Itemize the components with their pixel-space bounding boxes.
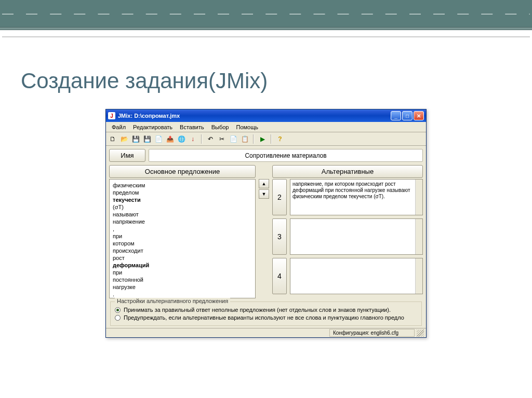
- status-config: Конфигурация: english6.cfg: [329, 329, 415, 337]
- radio-icon[interactable]: [115, 307, 121, 313]
- alt-number[interactable]: 3: [272, 218, 287, 255]
- down-icon[interactable]: ↓: [188, 134, 197, 144]
- alt-textarea-2[interactable]: напряжение, при котором происходит рост …: [290, 179, 423, 215]
- toolbar: 🗋 📂 💾 💾 📄 📤 🌐 ↓ ↶ ✂ 📄 📋 ▶ ?: [106, 132, 426, 146]
- list-item[interactable]: нагрузке: [113, 283, 252, 291]
- statusbar: Конфигурация: english6.cfg: [106, 328, 426, 337]
- titlebar[interactable]: J JMix: D:\сопромат.jmx _ □ ✕: [106, 109, 426, 122]
- slide-banner: — — — — — — — — — — — — — — — — — — — — …: [0, 0, 532, 27]
- open-icon[interactable]: 📂: [119, 134, 129, 144]
- list-item[interactable]: (σТ): [113, 203, 252, 211]
- scrollbar[interactable]: [415, 219, 422, 254]
- toolbar-separator: [271, 134, 272, 144]
- maximize-button[interactable]: □: [402, 111, 413, 120]
- move-up-button[interactable]: ▲: [259, 179, 269, 188]
- minimize-button[interactable]: _: [391, 111, 401, 120]
- scrollbar[interactable]: [415, 258, 422, 294]
- slide-title: Создание задания(JMix): [21, 68, 532, 93]
- main-sentence-button[interactable]: Основное предложение: [109, 165, 256, 178]
- alt-textarea-4[interactable]: [290, 258, 423, 294]
- scrollbar[interactable]: [415, 180, 422, 215]
- option-warn[interactable]: Предупреждать, если альтернативные вариа…: [115, 314, 417, 321]
- option-label: Предупреждать, если альтернативные вариа…: [124, 314, 404, 321]
- toolbar-separator: [201, 134, 202, 144]
- copy-icon[interactable]: 📄: [229, 134, 238, 144]
- list-item[interactable]: рост: [113, 254, 252, 262]
- list-item[interactable]: котором: [113, 240, 252, 247]
- option-label: Принимать за правильный ответ неполные п…: [124, 307, 391, 313]
- menu-edit[interactable]: Редактировать: [129, 123, 176, 131]
- option-accept-incomplete[interactable]: Принимать за правильный ответ неполные п…: [115, 307, 417, 313]
- jmix-window: J JMix: D:\сопромат.jmx _ □ ✕ Файл Редак…: [105, 109, 427, 338]
- export-icon[interactable]: 📤: [165, 134, 175, 144]
- saveall-icon[interactable]: 💾: [142, 134, 152, 144]
- group-legend: Настройки альтернативного предложения: [115, 298, 230, 304]
- list-item[interactable]: деформаций: [113, 262, 252, 269]
- resize-grip-icon[interactable]: [417, 330, 424, 337]
- list-item[interactable]: пределом: [113, 189, 252, 196]
- window-title: JMix: D:\сопромат.jmx: [118, 113, 391, 119]
- list-item[interactable]: напряжение: [113, 218, 252, 225]
- radio-icon[interactable]: [115, 315, 121, 321]
- list-item[interactable]: при: [113, 232, 252, 240]
- list-item[interactable]: происходит: [113, 247, 252, 254]
- cut-icon[interactable]: ✂: [217, 134, 227, 144]
- list-item[interactable]: называют: [113, 211, 252, 218]
- banner-rule: [0, 27, 532, 30]
- alternatives-button[interactable]: Альтернативные: [272, 165, 423, 178]
- menu-help[interactable]: Помощь: [232, 123, 262, 131]
- alt-settings-group: Настройки альтернативного предложения Пр…: [110, 301, 422, 326]
- app-icon: J: [108, 112, 115, 119]
- menu-insert[interactable]: Вставить: [176, 123, 208, 131]
- list-item[interactable]: постоянной: [113, 276, 252, 283]
- name-button[interactable]: Имя: [109, 149, 145, 162]
- list-item[interactable]: ,: [113, 225, 252, 232]
- menu-file[interactable]: Файл: [108, 123, 129, 131]
- web-icon[interactable]: 🌐: [177, 134, 186, 144]
- help-icon[interactable]: ?: [275, 134, 285, 144]
- alt-number[interactable]: 4: [272, 258, 287, 294]
- words-list[interactable]: физическим пределом текучести (σТ) назыв…: [109, 179, 256, 298]
- undo-icon[interactable]: ↶: [206, 134, 215, 144]
- run-icon[interactable]: ▶: [258, 134, 267, 144]
- move-down-button[interactable]: ▼: [259, 189, 269, 199]
- name-value[interactable]: Сопротивление материалов: [149, 149, 423, 162]
- divider: [2, 36, 530, 37]
- list-item[interactable]: .: [113, 291, 252, 298]
- list-item[interactable]: текучести: [113, 196, 252, 203]
- alt-text-content: напряжение, при котором происходит рост …: [292, 181, 410, 199]
- list-item[interactable]: при: [113, 269, 252, 276]
- alt-number[interactable]: 2: [272, 179, 287, 215]
- alt-textarea-3[interactable]: [290, 218, 423, 255]
- addfile-icon[interactable]: 📄: [154, 134, 163, 144]
- menu-select[interactable]: Выбор: [208, 123, 233, 131]
- toolbar-separator: [253, 134, 254, 144]
- new-icon[interactable]: 🗋: [108, 134, 117, 144]
- menubar: Файл Редактировать Вставить Выбор Помощь: [106, 122, 426, 132]
- close-button[interactable]: ✕: [414, 111, 424, 120]
- save-icon[interactable]: 💾: [131, 134, 140, 144]
- list-item[interactable]: физическим: [113, 182, 252, 189]
- paste-icon[interactable]: 📋: [240, 134, 249, 144]
